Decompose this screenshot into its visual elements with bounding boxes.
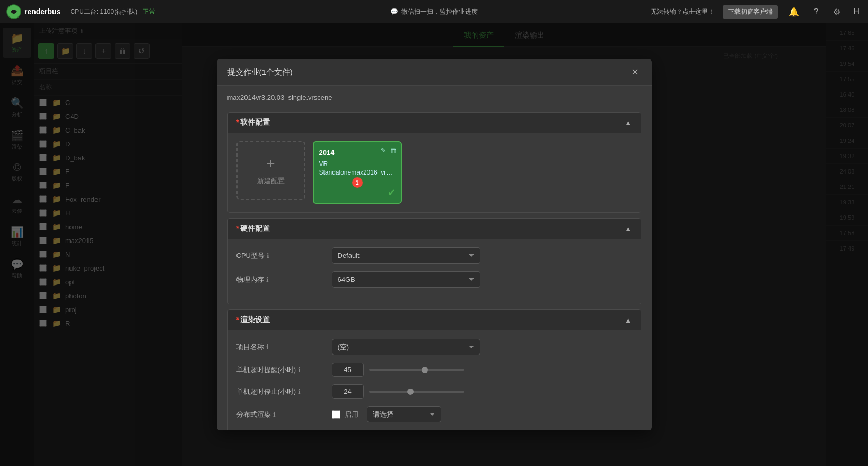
modal: 提交作业(1个文件) ✕ max2014vr3.20.03_single.vrs… bbox=[217, 59, 652, 430]
memory-row: 物理内存 ℹ 32GB 64GB 128GB bbox=[236, 271, 632, 288]
project-name-row: 项目名称 ℹ (空) Project A Project B bbox=[236, 339, 632, 355]
wechat-prompt[interactable]: 微信扫一扫，监控作业进度 bbox=[401, 7, 478, 16]
settings-icon[interactable]: ⚙ bbox=[831, 5, 843, 19]
app-name: renderbus bbox=[24, 7, 60, 16]
timeout-slider-row bbox=[332, 363, 480, 377]
software-config-chevron: ▲ bbox=[625, 118, 632, 127]
user-icon[interactable]: H bbox=[851, 5, 862, 19]
render-settings-body: 项目名称 ℹ (空) Project A Project B bbox=[228, 330, 641, 430]
topbar-center: 💬 微信扫一扫，监控作业进度 bbox=[390, 7, 478, 16]
config-check-icon: ✔ bbox=[388, 187, 396, 199]
memory-label-text: 物理内存 bbox=[236, 275, 264, 284]
memory-label: 物理内存 ℹ bbox=[236, 275, 332, 284]
timeout-slider-track[interactable] bbox=[369, 369, 464, 371]
software-config-header[interactable]: 软件配置 ▲ bbox=[228, 113, 641, 133]
stop-timeout-input[interactable] bbox=[332, 384, 364, 399]
stop-timeout-control bbox=[332, 384, 480, 399]
modal-close-btn[interactable]: ✕ bbox=[629, 66, 641, 78]
modal-overlay: 提交作业(1个文件) ✕ max2014vr3.20.03_single.vrs… bbox=[0, 23, 868, 466]
distributed-label: 分布式渲染 ℹ bbox=[236, 410, 332, 419]
hardware-config-chevron: ▲ bbox=[625, 225, 632, 233]
project-name-info-icon[interactable]: ℹ bbox=[266, 343, 269, 351]
timeout-label-text: 单机超时提醒(小时) bbox=[236, 365, 296, 375]
stop-timeout-label: 单机超时停止(小时) ℹ bbox=[236, 387, 332, 396]
project-name-label: 项目名称 ℹ bbox=[236, 342, 332, 352]
memory-control: 32GB 64GB 128GB bbox=[332, 271, 480, 288]
project-name-control: (空) Project A Project B bbox=[332, 339, 480, 355]
cpu-info-icon[interactable]: ℹ bbox=[267, 252, 269, 260]
distributed-select[interactable]: 请选择 选项1 选项2 bbox=[367, 406, 441, 422]
cpu-info: CPU二台: 1100(待排队) bbox=[70, 7, 137, 16]
software-config-title: 软件配置 bbox=[236, 118, 270, 127]
distributed-enable-label: 启用 bbox=[345, 410, 358, 419]
timeout-info-icon[interactable]: ℹ bbox=[298, 366, 301, 374]
distributed-control: 启用 请选择 选项1 选项2 bbox=[332, 406, 480, 422]
cpu-label-text: CPU型号 bbox=[236, 251, 265, 261]
hardware-config-header[interactable]: 硬件配置 ▲ bbox=[228, 219, 641, 239]
config-card-year: 2014 bbox=[319, 149, 335, 157]
distributed-info-icon[interactable]: ℹ bbox=[273, 411, 276, 418]
modal-body: max2014vr3.20.03_single.vrscene 软件配置 ▲ +… bbox=[217, 86, 652, 430]
hardware-config-section: 硬件配置 ▲ CPU型号 ℹ Default Intel Xeon bbox=[227, 218, 641, 304]
timeout-input[interactable] bbox=[332, 363, 364, 377]
stop-timeout-slider-row bbox=[332, 384, 480, 399]
timeout-label: 单机超时提醒(小时) ℹ bbox=[236, 365, 332, 375]
memory-select[interactable]: 32GB 64GB 128GB bbox=[332, 271, 480, 288]
distributed-row: 分布式渲染 ℹ 启用 请选择 选项1 选项2 bbox=[236, 406, 632, 422]
hardware-config-body: CPU型号 ℹ Default Intel Xeon AMD EPYC bbox=[228, 239, 641, 304]
config-card-delete-icon[interactable]: 🗑 bbox=[390, 146, 397, 154]
file-path: max2014vr3.20.03_single.vrscene bbox=[227, 93, 332, 101]
file-path-row: max2014vr3.20.03_single.vrscene bbox=[227, 86, 641, 107]
distributed-label-text: 分布式渲染 bbox=[236, 410, 271, 419]
cpu-status: 正常 bbox=[143, 7, 155, 16]
cpu-row: CPU型号 ℹ Default Intel Xeon AMD EPYC bbox=[236, 247, 632, 264]
cpu-select[interactable]: Default Intel Xeon AMD EPYC bbox=[332, 247, 480, 264]
stop-timeout-label-text: 单机超时停止(小时) bbox=[236, 387, 296, 396]
timeout-row: 单机超时提醒(小时) ℹ bbox=[236, 363, 632, 377]
config-badge: 1 bbox=[352, 177, 363, 188]
stop-timeout-row: 单机超时停止(小时) ℹ bbox=[236, 384, 632, 399]
help-icon[interactable]: ？ bbox=[810, 4, 822, 20]
render-settings-section: 渲染设置 ▲ 项目名称 ℹ (空) Project A bbox=[227, 309, 641, 430]
modal-header: 提交作业(1个文件) ✕ bbox=[217, 59, 652, 86]
render-settings-header[interactable]: 渲染设置 ▲ bbox=[228, 310, 641, 330]
render-settings-chevron: ▲ bbox=[625, 316, 632, 324]
hardware-config-title: 硬件配置 bbox=[236, 224, 270, 234]
logo-icon bbox=[6, 4, 21, 19]
timeout-control bbox=[332, 363, 480, 377]
download-client-btn[interactable]: 下载初窗客户端 bbox=[723, 5, 778, 19]
new-config-card[interactable]: + 新建配置 bbox=[236, 141, 305, 200]
config-cards: + 新建配置 2014 ✎ 🗑 VR Standalonemax2016_vra… bbox=[236, 141, 632, 204]
topbar: renderbus CPU二台: 1100(待排队) 正常 💬 微信扫一扫，监控… bbox=[0, 0, 868, 23]
config-card-edit-icon[interactable]: ✎ bbox=[381, 146, 387, 154]
new-config-plus-icon: + bbox=[266, 155, 275, 172]
modal-title: 提交作业(1个文件) bbox=[227, 67, 293, 77]
timeout-slider-thumb[interactable] bbox=[422, 367, 428, 373]
stop-timeout-info-icon[interactable]: ℹ bbox=[298, 388, 301, 395]
project-name-label-text: 项目名称 bbox=[236, 342, 264, 352]
logo: renderbus bbox=[6, 4, 60, 19]
config-card-renderer: VR bbox=[319, 160, 396, 168]
cpu-label: CPU型号 ℹ bbox=[236, 251, 332, 261]
software-config-section: 软件配置 ▲ + 新建配置 2014 ✎ bbox=[227, 112, 641, 213]
software-config-body: + 新建配置 2014 ✎ 🗑 VR Standalonemax2016_vra… bbox=[228, 133, 641, 212]
topbar-right: 无法转输？点击这里！ 下载初窗客户端 🔔 ？ ⚙ H bbox=[651, 4, 862, 20]
stop-timeout-slider-track[interactable] bbox=[369, 391, 464, 393]
new-config-label: 新建配置 bbox=[257, 176, 285, 186]
project-name-select[interactable]: (空) Project A Project B bbox=[332, 339, 480, 355]
config-card-actions: ✎ 🗑 bbox=[381, 146, 397, 154]
bell-icon[interactable]: 🔔 bbox=[786, 5, 801, 19]
stop-timeout-slider-thumb[interactable] bbox=[407, 389, 414, 395]
wechat-icon: 💬 bbox=[390, 8, 398, 15]
config-card-1[interactable]: 2014 ✎ 🗑 VR Standalonemax2016_vray3.20.0… bbox=[313, 141, 402, 204]
render-settings-title: 渲染设置 bbox=[236, 315, 270, 325]
distributed-checkbox[interactable] bbox=[332, 410, 340, 419]
memory-info-icon[interactable]: ℹ bbox=[266, 276, 269, 283]
config-card-name: Standalonemax2016_vray3.20.0 bbox=[319, 169, 396, 176]
distributed-checkbox-row: 启用 请选择 选项1 选项2 bbox=[332, 406, 480, 422]
cpu-control: Default Intel Xeon AMD EPYC bbox=[332, 247, 480, 264]
no-transfer-link[interactable]: 无法转输？点击这里！ bbox=[651, 7, 714, 16]
